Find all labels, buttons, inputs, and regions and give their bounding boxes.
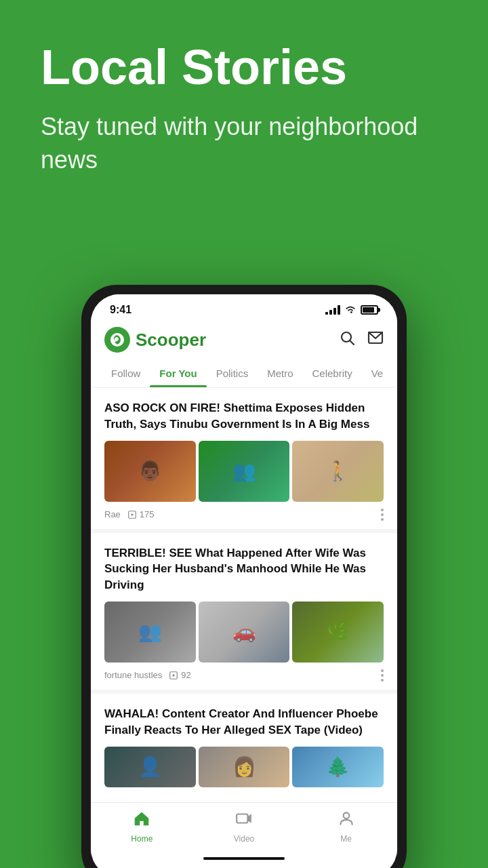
tab-metro[interactable]: Metro: [258, 359, 302, 387]
svg-rect-8: [237, 814, 247, 823]
tab-ve[interactable]: Ve: [362, 359, 393, 387]
tab-for-you[interactable]: For You: [150, 359, 206, 387]
article-3-title[interactable]: WAHALA! Content Creator And Influencer P…: [104, 706, 384, 738]
video-label: Video: [234, 834, 254, 844]
article-1-image-1: 👨🏿: [104, 441, 196, 502]
article-2-image-1: 👥: [104, 601, 196, 663]
article-1-meta: Rae 175: [104, 509, 384, 521]
news-feed: ASO ROCK ON FIRE! Shettima Exposes Hidde…: [91, 388, 397, 802]
article-1-meta-left: Rae 175: [104, 509, 155, 519]
status-icons: [325, 304, 378, 316]
wifi-icon: [344, 304, 357, 316]
logo-icon: [104, 327, 130, 353]
article-1-views: 175: [127, 509, 155, 519]
article-1-image-3: 🚶: [292, 441, 384, 502]
bottom-nav-me[interactable]: Me: [295, 810, 397, 844]
article-1-images: 👨🏿 👥 🚶: [104, 441, 384, 502]
article-2-meta: fortune hustles 92: [104, 669, 384, 682]
article-3-image-2: 👩: [199, 747, 290, 787]
app-header: Scooper: [91, 320, 397, 359]
article-2-more[interactable]: [381, 669, 384, 682]
article-2: TERRIBLE! SEE What Happened After Wife W…: [91, 533, 397, 694]
svg-marker-5: [131, 513, 134, 516]
svg-point-10: [343, 812, 349, 818]
tab-follow[interactable]: Follow: [102, 359, 150, 387]
hero-title: Local Stories: [41, 41, 447, 94]
signal-icon: [325, 305, 340, 315]
search-icon[interactable]: [339, 330, 355, 350]
app-logo: Scooper: [104, 327, 206, 353]
svg-line-2: [350, 341, 354, 345]
article-2-views: 92: [169, 670, 190, 680]
article-2-image-3: 🌿: [292, 601, 384, 663]
article-2-author: fortune hustles: [104, 670, 162, 680]
phone-screen: 9:41: [91, 294, 397, 868]
status-bar: 9:41: [91, 294, 397, 320]
article-2-title[interactable]: TERRIBLE! SEE What Happened After Wife W…: [104, 545, 384, 593]
home-label: Home: [131, 834, 152, 844]
article-3: WAHALA! Content Creator And Influencer P…: [91, 694, 397, 802]
me-label: Me: [340, 834, 352, 844]
hero-subtitle: Stay tuned with your neighborhood news: [41, 111, 447, 176]
svg-marker-7: [173, 674, 176, 677]
article-2-image-2: 🚗: [199, 601, 290, 663]
article-1-title[interactable]: ASO ROCK ON FIRE! Shettima Exposes Hidde…: [104, 400, 384, 433]
bottom-nav-video[interactable]: Video: [193, 810, 296, 844]
bottom-navigation: Home Video: [91, 802, 397, 854]
video-icon: [235, 810, 253, 831]
battery-icon: [361, 305, 378, 315]
article-3-image-3: 🌲: [292, 747, 384, 787]
article-1-author: Rae: [104, 509, 121, 519]
phone-frame: 9:41: [81, 285, 407, 868]
tab-politics[interactable]: Politics: [207, 359, 258, 387]
bottom-nav-home[interactable]: Home: [91, 810, 193, 844]
article-1-image-2: 👥: [199, 441, 290, 502]
tab-celebrity[interactable]: Celebrity: [303, 359, 362, 387]
header-actions: [339, 330, 384, 350]
logo-text: Scooper: [136, 330, 206, 351]
article-1-more[interactable]: [381, 509, 384, 521]
me-icon: [338, 810, 355, 831]
nav-tabs: Follow For You Politics Metro Celebrity: [91, 359, 397, 388]
article-3-image-1: 👤: [104, 747, 196, 787]
article-2-meta-left: fortune hustles 92: [104, 670, 191, 680]
status-time: 9:41: [110, 304, 131, 316]
article-3-images: 👤 👩 🌲: [104, 747, 384, 787]
article-2-images: 👥 🚗 🌿: [104, 601, 384, 663]
mail-icon[interactable]: [367, 330, 384, 350]
article-1: ASO ROCK ON FIRE! Shettima Exposes Hidde…: [91, 388, 397, 533]
home-indicator: [203, 857, 285, 860]
home-icon: [133, 810, 150, 831]
